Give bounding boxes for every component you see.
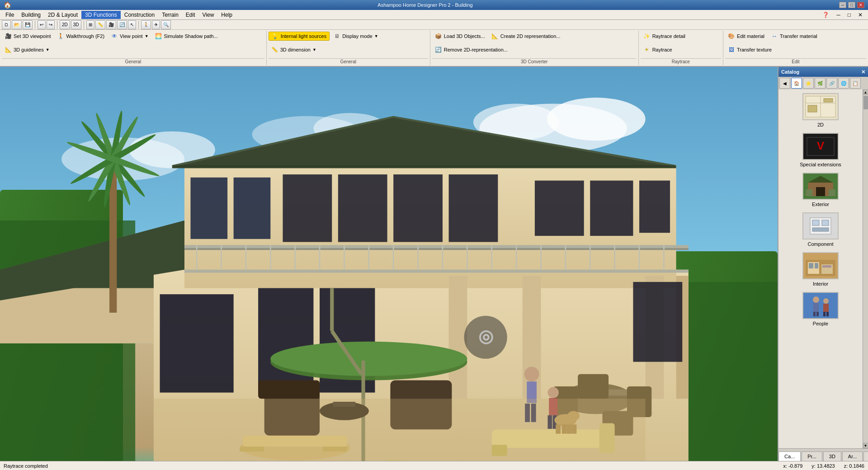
catalog-item-exterior[interactable]: Exterior [782, 173, 859, 207]
catalog-tab-link[interactable]: 🔗 [826, 78, 837, 89]
bottom-tab-3d[interactable]: 3D [823, 451, 841, 461]
menu-file[interactable]: File [2, 11, 18, 19]
toolbar-save[interactable]: 💾 [23, 20, 33, 29]
minimize-button[interactable]: ─ [839, 2, 846, 8]
svg-point-119 [524, 367, 539, 382]
catalog-item-interior[interactable]: Interior [782, 252, 859, 287]
bottom-tab-ca[interactable]: Ca... [778, 451, 801, 461]
svg-rect-33 [639, 181, 670, 233]
toolbar-zoom[interactable]: 🔍 [161, 20, 171, 29]
menu-max[interactable]: □ [844, 11, 854, 19]
catalog-item-2d[interactable]: 2D [782, 93, 859, 127]
ribbon-display-mode-label: Display mode [342, 33, 373, 39]
toolbar-walk[interactable]: 🚶 [141, 20, 151, 29]
svg-text:V: V [817, 140, 824, 152]
maximize-button[interactable]: □ [848, 2, 855, 8]
catalog-tab-back[interactable]: ◀ [779, 78, 790, 89]
ribbon-btn-remove-2d-rep[interactable]: 🔄 Remove 2D-representation... [432, 45, 510, 54]
bottom-tab-pr[interactable]: Pr... [802, 451, 822, 461]
catalog-tab-list[interactable]: 📋 [850, 78, 861, 89]
catalog-scrollbar[interactable]: ▲ ▼ [863, 89, 868, 448]
menu-edit[interactable]: Edit [182, 11, 199, 19]
toolbar-new[interactable]: 🗋 [2, 20, 11, 29]
toolbar-container: 🗋 📂 💾 ↩ ↪ 2D 3D ⊞ 📏 🎥 🔄 ↖ 🚶 ✈ 🔍 🎥 Set 3D… [0, 20, 868, 67]
scroll-down-arrow[interactable]: ▼ [863, 443, 868, 448]
ribbon-btn-walkthrough[interactable]: 🚶 Walkthrough (F2) [55, 32, 108, 41]
svg-point-177 [823, 298, 829, 304]
camera-icon: 🎥 [5, 33, 12, 40]
catalog-tab-globe[interactable]: 🌐 [838, 78, 849, 89]
ribbon-view-point-label: View point [120, 33, 143, 39]
menu-building[interactable]: Building [18, 11, 44, 19]
ribbon-transfer-texture-label: Transfer texture [737, 47, 772, 52]
load-3d-icon: 📦 [435, 33, 442, 40]
ribbon-btn-create-2d-rep[interactable]: 📐 Create 2D representation... [489, 32, 563, 41]
bottom-tab-ar[interactable]: Ar... [842, 451, 863, 461]
menu-min[interactable]: ─ [833, 11, 844, 19]
ribbon-3d-guidelines-dropdown[interactable]: ▼ [46, 47, 50, 52]
ribbon-btn-3d-dimension[interactable]: 📏 3D dimension ▼ [269, 45, 319, 54]
menu-help-icon[interactable]: ❓ [819, 11, 833, 19]
viewport-3d[interactable]: ◎ [0, 67, 778, 461]
catalog-close-icon[interactable]: ✕ [861, 69, 865, 75]
menu-close[interactable]: ✕ [854, 11, 866, 19]
ribbon-btn-raytrace-detail[interactable]: ✨ Raytrace detail [641, 32, 688, 41]
catalog-tab-home[interactable]: 🏠 [791, 78, 802, 89]
ribbon-btn-set-3d-viewpoint[interactable]: 🎥 Set 3D viewpoint [2, 32, 54, 41]
toolbar-2d[interactable]: 2D [60, 20, 70, 29]
scroll-up-arrow[interactable]: ▲ [863, 89, 868, 95]
ribbon-btn-raytrace[interactable]: ☀ Raytrace [641, 45, 675, 54]
menu-2d-layout[interactable]: 2D & Layout [44, 11, 81, 19]
svg-rect-176 [816, 312, 819, 316]
svg-rect-64 [633, 282, 682, 362]
ribbon-btn-internal-light-sources[interactable]: 💡 Internal light sources [269, 32, 330, 41]
catalog-label-exterior: Exterior [812, 202, 829, 207]
ribbon-btn-3d-guidelines[interactable]: 📐 3D guidelines ▼ [2, 45, 52, 54]
toolbar-select[interactable]: ↖ [128, 20, 136, 29]
menu-terrain[interactable]: Terrain [158, 11, 182, 19]
ribbon-view-point-dropdown[interactable]: ▼ [145, 34, 149, 38]
svg-rect-162 [812, 220, 819, 226]
svg-point-2 [547, 98, 646, 141]
toolbar-open[interactable]: 📂 [12, 20, 22, 29]
ribbon: 🎥 Set 3D viewpoint 🚶 Walkthrough (F2) 👁 … [0, 30, 868, 66]
toolbar-redo[interactable]: ↪ [47, 20, 55, 29]
catalog-item-special[interactable]: V Special extensions [782, 133, 859, 167]
toolbar-sep-1 [35, 21, 35, 29]
menubar: File Building 2D & Layout 3D Functions C… [0, 10, 868, 20]
toolbar-camera[interactable]: 🎥 [106, 20, 116, 29]
toolbar-undo[interactable]: ↩ [38, 20, 46, 29]
close-button[interactable]: ✕ [857, 2, 864, 8]
catalog-tab-star[interactable]: ⭐ [803, 78, 814, 89]
ribbon-btn-transfer-material[interactable]: ↔ Transfer material [768, 32, 820, 41]
ribbon-display-mode-dropdown[interactable]: ▼ [374, 34, 378, 38]
ribbon-set-3d-viewpoint-label: Set 3D viewpoint [14, 33, 51, 39]
ribbon-btn-simulate-shadow[interactable]: 🌅 Simulate Shadow path... [152, 32, 221, 41]
ribbon-3d-dimension-dropdown[interactable]: ▼ [312, 47, 316, 52]
catalog-title: Catalog [781, 69, 799, 75]
catalog-thumb-people [802, 292, 839, 319]
catalog-item-component[interactable]: Component [782, 212, 859, 247]
ribbon-btn-transfer-texture[interactable]: 🖼 Transfer texture [725, 45, 774, 54]
catalog-tab-plant[interactable]: 🌿 [815, 78, 826, 89]
menu-help[interactable]: Help [217, 11, 236, 19]
svg-rect-159 [829, 189, 835, 196]
menu-3d-functions[interactable]: 3D Functions [81, 11, 121, 19]
toolbar-3d[interactable]: 3D [71, 20, 81, 29]
bottom-tab-qu[interactable]: Qu... [863, 451, 868, 461]
ribbon-btn-edit-material[interactable]: 🎨 Edit material [725, 32, 767, 41]
ribbon-btn-display-mode[interactable]: 🖥 Display mode ▼ [330, 32, 381, 41]
ribbon-internal-light-label: Internal light sources [281, 33, 327, 39]
svg-point-123 [547, 387, 558, 398]
ribbon-btn-load-3d-objects[interactable]: 📦 Load 3D Objects... [432, 32, 488, 41]
toolbar-grid[interactable]: ⊞ [86, 20, 94, 29]
toolbar-measure[interactable]: 📏 [95, 20, 105, 29]
menu-view[interactable]: View [199, 11, 218, 19]
catalog-item-people[interactable]: People [782, 292, 859, 326]
ribbon-btn-view-point[interactable]: 👁 View point ▼ [108, 32, 151, 41]
svg-rect-180 [826, 312, 829, 316]
toolbar-rotate[interactable]: 🔄 [117, 20, 127, 29]
toolbar-fly[interactable]: ✈ [152, 20, 160, 29]
menu-construction[interactable]: Construction [121, 11, 158, 19]
scroll-thumb[interactable] [863, 96, 868, 109]
